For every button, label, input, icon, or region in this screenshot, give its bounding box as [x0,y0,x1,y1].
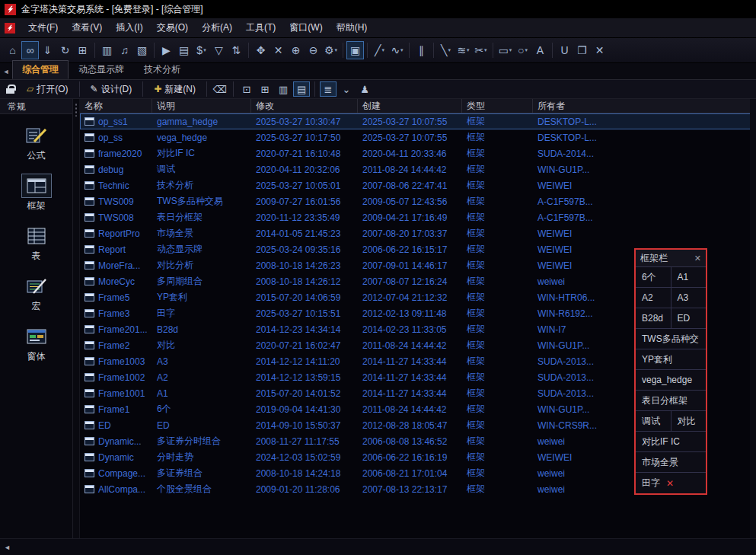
frame-bar-titlebar[interactable]: 框架栏 ✕ [636,250,706,267]
settings-icon[interactable]: ⚙▾ [322,41,340,59]
clipboard-icon[interactable]: ▣ [346,41,364,59]
table-row[interactable]: op_ssvega_hedge2025-03-27 10:17:502025-0… [80,129,756,145]
child-window-icon[interactable] [5,23,15,33]
dollar-icon[interactable]: $▾ [193,41,210,59]
panel-rows: 6个A1A2A3B28dEDTWS多品种交YP套利vega_hedge表日分框架… [636,267,706,493]
table-row[interactable]: op_ss1gamma_hedge2025-03-27 10:30:472025… [80,113,756,129]
new-button[interactable]: ✚新建(N) [148,81,202,98]
table-row[interactable]: Technic技术分析2025-03-27 10:05:012007-08-06… [80,177,756,193]
small-icons-view-icon[interactable]: ⊞ [257,81,273,97]
design-button[interactable]: ✎设计(D) [85,81,139,98]
frame-button[interactable]: 表日分框架 [636,391,706,410]
frame-button[interactable]: ED [671,308,707,328]
hatch-tool-icon[interactable]: ≋▾ [455,41,472,59]
table-row[interactable]: frame2020对比IF IC2020-07-21 16:10:482020-… [80,145,756,161]
chart-icon[interactable]: ▧ [133,41,151,59]
table-row[interactable]: TWS009TWS多品种交易2009-07-27 16:01:562009-05… [80,193,756,209]
dropdown-caret-icon: ▾ [335,47,338,53]
bell-icon[interactable]: ♫ [116,41,133,59]
panel-close-icon[interactable]: ✕ [694,254,701,263]
sort-order-icon[interactable]: ⌄ [338,81,355,97]
link-icon[interactable]: ∞ [21,41,39,59]
tab[interactable]: 技术分析 [134,60,190,79]
frame-bar-row: vega_hedge [636,370,706,391]
menu-item[interactable]: 插入(I) [109,18,149,37]
frame-button[interactable]: TWS多品种交 [636,329,706,349]
frame-button[interactable]: B28d [636,308,671,328]
column-header[interactable]: 说明 [152,99,251,113]
column-header[interactable]: 类型 [462,99,533,113]
column-header[interactable]: 创建 [358,99,462,113]
vertical-scrollbar[interactable] [750,99,756,538]
sidebar-item-frame[interactable]: 框架 [0,164,72,215]
frame-button[interactable]: A3 [671,288,707,308]
zoom-in-icon[interactable]: ⊕ [287,41,305,59]
zoom-out-icon[interactable]: ⊖ [305,41,322,59]
frame-button[interactable]: 对比 [671,411,707,431]
menu-item[interactable]: 查看(V) [65,18,109,37]
play-icon[interactable]: ▶ [158,41,175,59]
frame-button[interactable]: 市场全景 [636,452,706,472]
menu-item[interactable]: 窗口(W) [282,18,329,37]
table-row[interactable]: debug调试2020-04-11 20:32:062011-08-24 14:… [80,161,756,177]
histogram-icon[interactable]: ▥ [98,41,116,59]
column-header[interactable]: 修改 [251,99,358,113]
tab[interactable]: 综合管理 [12,60,69,79]
frame-button[interactable]: 调试 [636,411,671,431]
frame-button[interactable]: A1 [671,267,707,287]
table-row[interactable]: ReportPro市场全景2014-01-05 21:45:232007-08-… [80,225,756,241]
report-icon[interactable]: ▤ [175,41,193,59]
underline-icon[interactable]: U [556,41,573,59]
move-icon[interactable]: ✥ [252,41,270,59]
frame-button[interactable]: YP套利 [636,349,706,369]
menu-item[interactable]: 分析(A) [195,18,239,37]
sidebar-item-form[interactable]: 窗体 [0,315,72,365]
scissors-icon[interactable]: ✂▾ [472,41,490,59]
open-button[interactable]: ▱打开(O) [21,81,75,98]
trend-tool-icon[interactable]: ╲▾ [437,41,455,59]
frame-button[interactable]: vega_hedge [636,370,706,390]
menu-item[interactable]: 工具(T) [239,18,282,37]
sidebar-splitter[interactable] [73,99,80,538]
scroll-left-icon[interactable]: ◄ [4,544,11,551]
frame-bar-panel: 框架栏 ✕ 6个A1A2A3B28dEDTWS多品种交YP套利vega_hedg… [634,248,707,495]
large-icons-view-icon[interactable]: ⊡ [238,81,255,97]
line-tool-icon[interactable]: ╱▾ [371,41,388,59]
wave-tool-icon[interactable]: ∿▾ [388,41,406,59]
frame-button[interactable]: 田字✕ [636,473,706,493]
sidebar-item-macro[interactable]: 宏 [0,265,72,315]
circle-tool-icon[interactable]: ○▾ [514,41,531,59]
bottom-scrollbar[interactable]: ◄ [0,538,756,555]
delete-icon[interactable]: ✕ [270,41,287,59]
sidebar-item-formula[interactable]: 公式 [0,114,72,164]
menu-item[interactable]: 帮助(H) [330,18,375,37]
details-view-icon[interactable]: ▤ [293,81,310,97]
bars-tool-icon[interactable]: ∥ [413,41,430,59]
frame-button[interactable]: 6个 [636,267,671,287]
table-row[interactable]: TWS008表日分框架2020-11-12 23:35:492009-04-21… [80,209,756,225]
sidebar-item-table[interactable]: 表 [0,215,72,265]
refresh-icon[interactable]: ↻ [56,41,74,59]
menu-item[interactable]: 文件(F) [21,18,65,37]
collapse-tabs-icon[interactable]: ◄ [0,68,12,75]
rect-tool-icon[interactable]: ▭▾ [496,41,514,59]
tab[interactable]: 动态显示牌 [69,60,134,79]
menu-item[interactable]: 交易(O) [150,18,195,37]
list-view-icon[interactable]: ▥ [275,81,292,97]
trash-icon[interactable]: ⌫ [212,81,228,97]
grid-icon[interactable]: ⊞ [74,41,91,59]
filter-icon[interactable]: ▽ [210,41,228,59]
close-window-icon[interactable]: ✕ [591,41,608,59]
restore-window-icon[interactable]: ❐ [573,41,591,59]
column-header[interactable]: 名称 [80,99,152,113]
frame-button[interactable]: 对比IF IC [636,432,706,451]
user-icon[interactable]: ♟ [356,81,373,97]
sort-icon[interactable]: ⇅ [228,41,245,59]
download-icon[interactable]: ⇓ [39,41,56,59]
remove-frame-icon[interactable]: ✕ [666,478,674,489]
text-tool-icon[interactable]: A [531,41,549,59]
frame-button[interactable]: A2 [636,288,671,308]
column-header[interactable]: 所有者 [533,99,756,113]
home-icon[interactable]: ⌂ [4,41,21,59]
layers-icon[interactable]: ≣ [320,81,337,97]
